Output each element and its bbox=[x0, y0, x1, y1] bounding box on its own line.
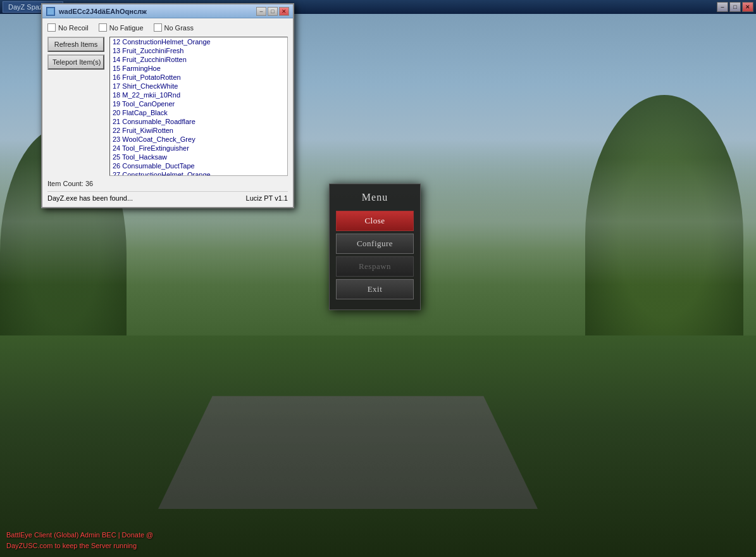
list-item[interactable]: 21 Consumable_Roadflare bbox=[110, 117, 287, 126]
taskbar-minimize-button[interactable]: – bbox=[717, 2, 728, 12]
list-item[interactable]: 12 ConstructionHelmet_Orange bbox=[110, 37, 287, 46]
cheat-titlebar[interactable]: wadECc2J4däEAhOqнслж – □ ✕ bbox=[42, 4, 293, 18]
checkbox-no-grass-label: No Grass bbox=[164, 24, 194, 32]
buttons-column: Refresh Items Teleport Item(s) bbox=[47, 37, 104, 176]
list-item[interactable]: 26 Consumable_DuctTape bbox=[110, 161, 287, 170]
footer-version-text: Luciz PT v1.1 bbox=[246, 194, 288, 202]
item-count-value: 36 bbox=[85, 180, 93, 187]
list-item[interactable]: 22 Fruit_KiwiRotten bbox=[110, 126, 287, 135]
status-bar: BattlEye Client (Global) Admin BEC | Don… bbox=[6, 530, 153, 551]
cheat-title-text: wadECc2J4däEAhOqнслж bbox=[59, 8, 256, 15]
checkbox-no-fatigue-label: No Fatigue bbox=[109, 24, 144, 32]
cheat-minimize-button[interactable]: – bbox=[256, 7, 266, 16]
list-item[interactable]: 20 FlatCap_Black bbox=[110, 108, 287, 117]
svg-rect-0 bbox=[47, 8, 54, 15]
list-item[interactable]: 24 Tool_FireExtinguisher bbox=[110, 144, 287, 153]
cheat-maximize-button[interactable]: □ bbox=[268, 7, 278, 16]
list-item[interactable]: 17 Shirt_CheckWhite bbox=[110, 82, 287, 91]
ingame-menu-title: Menu bbox=[336, 192, 414, 203]
checkbox-no-recoil-label: No Recoil bbox=[58, 24, 89, 32]
menu-respawn-button: Respawn bbox=[336, 256, 414, 277]
cheat-title-icon bbox=[46, 7, 55, 16]
status-line-2: DayZUSC.com to keep the Server running bbox=[6, 541, 153, 551]
ingame-menu: Menu Close Configure Respawn Exit bbox=[329, 184, 421, 310]
checkboxes-row: No Recoil No Fatigue No Grass bbox=[47, 23, 288, 32]
refresh-items-button[interactable]: Refresh Items bbox=[47, 37, 104, 52]
list-item[interactable]: 16 Fruit_PotatoRotten bbox=[110, 73, 287, 82]
item-list: 12 ConstructionHelmet_Orange13 Fruit_Zuc… bbox=[110, 37, 287, 176]
checkbox-no-fatigue[interactable]: No Fatigue bbox=[99, 23, 144, 32]
taskbar-maximize-button[interactable]: □ bbox=[729, 2, 741, 12]
item-count-row: Item Count: 36 bbox=[47, 180, 288, 187]
list-item[interactable]: 25 Tool_Hacksaw bbox=[110, 153, 287, 161]
list-item[interactable]: 19 Tool_CanOpener bbox=[110, 99, 287, 108]
cheat-window-controls: – □ ✕ bbox=[256, 7, 289, 16]
list-item[interactable]: 15 FarmingHoe bbox=[110, 64, 287, 73]
teleport-items-button[interactable]: Teleport Item(s) bbox=[47, 54, 104, 70]
cheat-close-button[interactable]: ✕ bbox=[279, 7, 289, 16]
status-line-1: BattlEye Client (Global) Admin BEC | Don… bbox=[6, 530, 153, 541]
taskbar-controls: – □ ✕ bbox=[717, 2, 753, 12]
list-item[interactable]: 13 Fruit_ZucchiniFresh bbox=[110, 46, 287, 55]
list-item[interactable]: 14 Fruit_ZucchiniRotten bbox=[110, 55, 287, 64]
item-count-label: Item Count: bbox=[47, 180, 84, 187]
list-item[interactable]: 23 WoolCoat_Check_Grey bbox=[110, 135, 287, 144]
item-list-container[interactable]: 12 ConstructionHelmet_Orange13 Fruit_Zuc… bbox=[109, 37, 288, 176]
checkbox-no-grass[interactable]: No Grass bbox=[154, 23, 194, 32]
menu-exit-button[interactable]: Exit bbox=[336, 279, 414, 299]
footer-status-text: DayZ.exe has been found... bbox=[47, 194, 133, 202]
list-item[interactable]: 18 M_22_mkii_10Rnd bbox=[110, 91, 287, 99]
checkbox-no-grass-box[interactable] bbox=[154, 23, 162, 32]
checkbox-no-recoil-box[interactable] bbox=[47, 23, 56, 32]
menu-configure-button[interactable]: Configure bbox=[336, 234, 414, 254]
checkbox-no-recoil[interactable]: No Recoil bbox=[47, 23, 89, 32]
main-content: Refresh Items Teleport Item(s) 12 Constr… bbox=[47, 37, 288, 176]
menu-close-button[interactable]: Close bbox=[336, 211, 414, 231]
road bbox=[158, 396, 538, 509]
cheat-window: wadECc2J4däEAhOqнслж – □ ✕ No Recoil No … bbox=[41, 3, 294, 208]
checkbox-no-fatigue-box[interactable] bbox=[99, 23, 107, 32]
cheat-body: No Recoil No Fatigue No Grass Refresh It… bbox=[42, 18, 293, 207]
list-item[interactable]: 27 ConstructionHelmet_Orange bbox=[110, 170, 287, 176]
taskbar-close-button[interactable]: ✕ bbox=[742, 2, 753, 12]
cheat-footer: DayZ.exe has been found... Luciz PT v1.1 bbox=[47, 191, 288, 202]
